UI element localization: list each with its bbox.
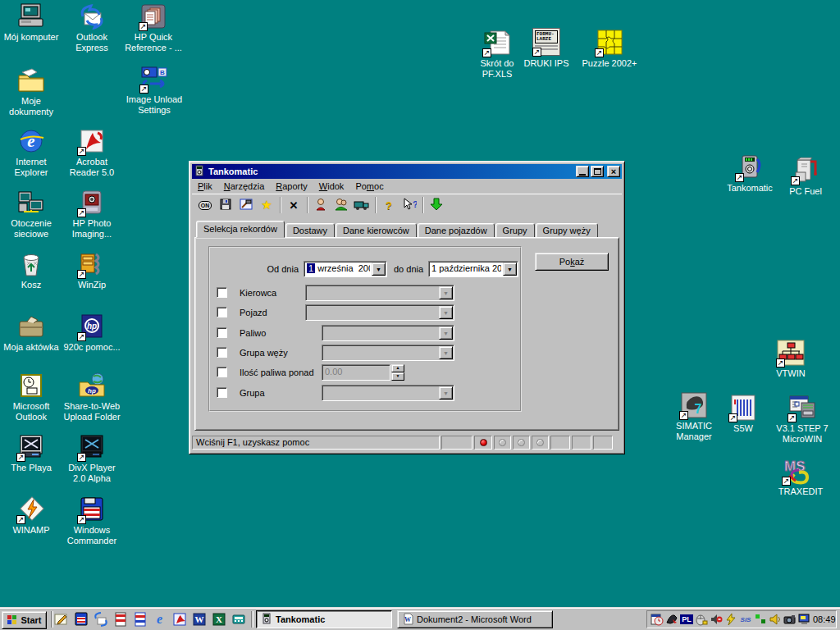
desktop-icon-acrobat-reader[interactable]: ↗ Acrobat Reader 5.0 bbox=[62, 128, 121, 178]
menu-plik[interactable]: Plik bbox=[192, 180, 218, 193]
menu-widok[interactable]: Widok bbox=[313, 180, 350, 193]
desktop-icon-winamp[interactable]: ↗ WINAMP bbox=[2, 496, 61, 536]
tab-dane-kierowcow[interactable]: Dane kierowców bbox=[336, 223, 417, 238]
word-quicklaunch-icon[interactable]: W bbox=[190, 611, 208, 628]
tray-power-icon[interactable] bbox=[724, 613, 737, 626]
ilosc-paliwa-checkbox[interactable] bbox=[217, 367, 227, 377]
spin-down-icon[interactable]: ▼ bbox=[391, 372, 404, 381]
tab-grupy[interactable]: Grupy bbox=[495, 223, 535, 238]
tab-grupy-wezy[interactable]: Grupy węży bbox=[536, 223, 598, 238]
dropdown-arrow-icon[interactable]: ▼ bbox=[372, 262, 386, 276]
excel-quicklaunch-icon[interactable]: X bbox=[210, 611, 227, 628]
tab-dane-pojazdow[interactable]: Dane pojazdów bbox=[418, 223, 495, 238]
menu-narzedzia[interactable]: Narzędzia bbox=[218, 180, 271, 193]
desktop-icon-share-to-web[interactable]: hp Share-to-Web Upload Folder bbox=[56, 372, 128, 422]
desktop-icon-windows-commander[interactable]: ↗ Windows Commander bbox=[62, 496, 121, 546]
desktop-icon-the-playa[interactable]: ↗ The Playa bbox=[2, 434, 61, 473]
task-button-tankomatic[interactable]: Tankomatic bbox=[256, 610, 392, 628]
simatic-manager-icon: 7 ↗ bbox=[680, 392, 708, 418]
kierowca-combo[interactable]: ▼ bbox=[305, 285, 454, 301]
help-toolbar-button[interactable]: ? bbox=[379, 196, 399, 214]
tray-sis-icon[interactable]: SiS bbox=[739, 613, 752, 626]
desktop-icon-image-unload-settings[interactable]: B ↗ Image Unload Settings bbox=[123, 66, 185, 116]
drivers-group-toolbar-button[interactable] bbox=[331, 196, 351, 214]
pojazd-checkbox[interactable] bbox=[217, 307, 227, 317]
grupa-wezy-checkbox[interactable] bbox=[217, 347, 227, 358]
dropdown-arrow-icon[interactable]: ▼ bbox=[503, 262, 517, 276]
desktop-icon-puzzle-2002[interactable]: ↗ Puzzle 2002+ bbox=[579, 30, 640, 69]
vehicle-toolbar-button[interactable] bbox=[352, 196, 372, 214]
menu-pomoc[interactable]: Pomoc bbox=[349, 180, 389, 193]
tray-network-icon[interactable] bbox=[754, 613, 767, 626]
tray-language-indicator[interactable]: PL bbox=[680, 613, 693, 626]
desktop-icon-simatic-manager[interactable]: 7 ↗ SIMATIC Manager bbox=[666, 392, 722, 442]
desktop-icon-network-neighborhood[interactable]: Otoczenie sieciowe bbox=[2, 189, 61, 240]
desktop-icon-my-computer[interactable]: Mój komputer bbox=[2, 3, 61, 43]
delete-toolbar-button[interactable]: ✕ bbox=[284, 196, 304, 214]
task-button-word-document[interactable]: W Dokument2 - Microsoft Word bbox=[397, 610, 553, 628]
maximize-button[interactable] bbox=[591, 166, 604, 177]
app-red-1-quicklaunch-icon[interactable] bbox=[112, 611, 129, 628]
start-button[interactable]: Start bbox=[2, 611, 47, 629]
date-from-combo[interactable]: 1 września 2002 ▼ bbox=[304, 261, 387, 277]
tray-scheduler-icon[interactable] bbox=[651, 613, 664, 626]
paliwo-checkbox[interactable] bbox=[217, 327, 227, 338]
outlook-express-quicklaunch-icon[interactable] bbox=[92, 611, 109, 628]
spin-up-icon[interactable]: ▲ bbox=[391, 364, 404, 372]
kierowca-checkbox[interactable] bbox=[217, 287, 227, 298]
desktop-icon-hp-920c-help[interactable]: hp ↗ 920c pomoc... bbox=[62, 313, 121, 353]
tray-volume-muted-icon[interactable] bbox=[710, 613, 723, 626]
ilosc-paliwa-spinner[interactable]: ▲▼ bbox=[391, 364, 404, 381]
desktop-icon-hp-quick-reference[interactable]: ↗ HP Quick Reference - ... bbox=[120, 3, 187, 53]
date-to-combo[interactable]: 1 października 2002 ▼ bbox=[428, 261, 518, 277]
desktop-icon-pc-fuel[interactable]: ↗ PC Fuel bbox=[776, 158, 835, 197]
tray-mouse-icon[interactable] bbox=[695, 613, 708, 626]
app-red-2-quicklaunch-icon[interactable] bbox=[131, 611, 148, 628]
desktop-icon-my-documents[interactable]: Moje dokumenty bbox=[2, 67, 61, 117]
desktop-icon-traxedit[interactable]: MS ↗ TRAXEDIT bbox=[769, 458, 832, 497]
context-help-toolbar-button[interactable]: ? bbox=[399, 196, 419, 214]
title-bar[interactable]: Tankomatic × bbox=[192, 164, 622, 179]
ilosc-paliwa-field[interactable]: 0.00 bbox=[322, 364, 390, 381]
desktop-icon-vtwin[interactable]: ↗ VTWIN bbox=[761, 340, 820, 379]
driver-toolbar-button[interactable] bbox=[311, 196, 331, 214]
desktop-icon-microsoft-outlook[interactable]: Microsoft Outlook bbox=[2, 372, 61, 422]
windows-commander-quicklaunch-icon[interactable] bbox=[72, 611, 89, 628]
desktop-icon-tankomatic[interactable]: ↗ Tankomatic bbox=[720, 154, 779, 194]
paliwo-combo[interactable]: ▼ bbox=[322, 325, 454, 341]
pokaz-button[interactable]: Pokaż bbox=[535, 253, 609, 271]
desktop-icon-winzip[interactable]: ↗ WinZip bbox=[62, 251, 121, 290]
save-toolbar-button[interactable] bbox=[216, 196, 235, 214]
desktop-icon-step7-microwin[interactable]: ↗ V3.1 STEP 7 MicroWIN bbox=[768, 395, 837, 445]
calculator-quicklaunch-icon[interactable] bbox=[230, 611, 247, 628]
tray-display-icon[interactable] bbox=[798, 613, 811, 626]
tray-graphics-app-icon[interactable] bbox=[665, 613, 678, 626]
tray-volume-icon[interactable] bbox=[769, 613, 782, 626]
menu-raporty[interactable]: Raporty bbox=[270, 180, 313, 193]
desktop-icon-druki-ips[interactable]: FORMU-LARZE ↗ DRUKI IPS bbox=[517, 28, 576, 69]
grupa-wezy-combo[interactable]: ▼ bbox=[322, 345, 454, 361]
desktop-icon-outlook-express[interactable]: Outlook Express bbox=[62, 3, 121, 53]
favorites-toolbar-button[interactable]: ★ bbox=[257, 196, 276, 214]
desktop-icon-divx-player[interactable]: ↗ DivX Player 2.0 Alpha bbox=[62, 434, 121, 484]
desktop-icon-recycle-bin[interactable]: Kosz bbox=[2, 251, 61, 290]
tray-camera-icon[interactable] bbox=[783, 613, 797, 626]
desktop-icon-hp-photo-imaging[interactable]: ↗ HP Photo Imaging... bbox=[62, 189, 121, 240]
desktop-icon-internet-explorer[interactable]: e Internet Explorer bbox=[2, 128, 61, 178]
image-tool-toolbar-button[interactable] bbox=[236, 196, 256, 214]
grupa-combo[interactable]: ▼ bbox=[322, 385, 454, 401]
pojazd-combo[interactable]: ▼ bbox=[305, 304, 454, 321]
tab-selekcja-rekordow[interactable]: Selekcja rekordów bbox=[196, 221, 285, 238]
grupa-checkbox[interactable] bbox=[217, 387, 227, 398]
internet-explorer-quicklaunch-icon[interactable]: e bbox=[151, 611, 168, 628]
desktop-icon-s5w[interactable]: ↗ S5W bbox=[717, 395, 769, 434]
desktop-icon-my-briefcase[interactable]: Moja aktówka bbox=[0, 313, 62, 353]
show-desktop-quicklaunch-icon[interactable] bbox=[52, 611, 70, 628]
download-toolbar-button[interactable] bbox=[427, 196, 446, 214]
close-button[interactable]: × bbox=[607, 166, 620, 177]
minimize-button[interactable] bbox=[576, 166, 589, 177]
ok-toolbar-button[interactable]: ON bbox=[195, 196, 215, 214]
tray-clock[interactable]: 08:49 bbox=[813, 614, 838, 624]
tab-dostawy[interactable]: Dostawy bbox=[285, 223, 335, 238]
acrobat-quicklaunch-icon[interactable] bbox=[171, 611, 188, 628]
